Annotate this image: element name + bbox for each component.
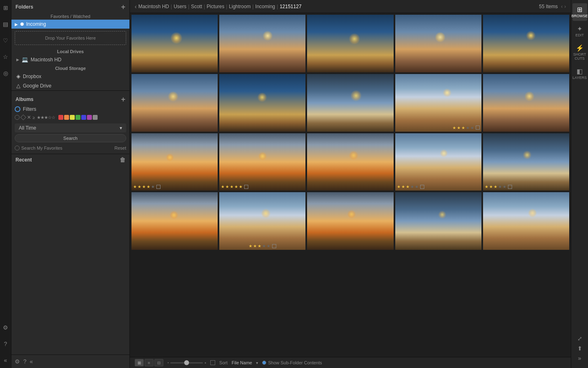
star-filter-display: ★★★☆☆	[37, 115, 55, 120]
photo-thumbnail	[131, 15, 218, 72]
expand-right-icon[interactable]: »	[578, 355, 581, 361]
settings-icon-left[interactable]: ⚙	[1, 323, 10, 332]
sort-label: Sort	[219, 360, 227, 365]
rating-checkbox[interactable]	[508, 185, 512, 189]
edit-panel-button[interactable]: ✦ EDIT	[572, 22, 587, 40]
photo-cell[interactable]: ★ ★ ★ ★ ★	[395, 74, 481, 132]
crumb-pictures[interactable]: Pictures	[207, 4, 224, 9]
help-icon-sidebar[interactable]: ?	[23, 358, 27, 365]
collapse-icon[interactable]: «	[1, 356, 10, 365]
orange-swatch[interactable]	[64, 115, 69, 120]
crumb-lightroom[interactable]: Lightroom	[229, 4, 251, 9]
sort-value-dropdown[interactable]: File Name	[232, 360, 252, 365]
photo-cell[interactable]	[395, 192, 481, 250]
search-favorites-row: Search My Favorites Reset	[11, 144, 129, 152]
google-drive-item[interactable]: △ Google Drive	[11, 81, 129, 90]
star-filled: ★	[225, 184, 229, 189]
next-arrow-button[interactable]: ›	[564, 4, 566, 9]
photo-cell[interactable]	[483, 74, 569, 132]
photo-cell[interactable]	[219, 15, 305, 72]
star-empty: ★	[151, 184, 155, 189]
collapse-sidebar-icon[interactable]: «	[30, 358, 33, 365]
search-favorites-radio[interactable]	[15, 146, 20, 150]
settings-icon-sidebar[interactable]: ⚙	[15, 358, 20, 365]
photo-thumbnail: ★ ★ ★ ★ ★	[131, 133, 218, 191]
show-subfolder-label: Show Sub-Folder Contents	[268, 360, 322, 365]
green-swatch[interactable]	[76, 115, 80, 120]
crumb-users[interactable]: Users	[174, 4, 186, 9]
grid-icon[interactable]: ⊞	[1, 3, 10, 12]
zoom-icon[interactable]: ⤢	[577, 335, 582, 342]
recent-delete-button[interactable]: 🗑	[120, 157, 125, 163]
crumb-macintosh[interactable]: Macintosh HD	[138, 4, 169, 9]
photo-cell[interactable]	[131, 74, 218, 132]
photo-cell[interactable]	[483, 192, 569, 250]
filters-toggle[interactable]	[15, 106, 20, 112]
map-icon[interactable]: ◎	[1, 69, 10, 78]
film-icon[interactable]: ▤	[1, 20, 10, 29]
filter-circle-shape[interactable]	[15, 115, 20, 120]
photo-cell[interactable]: ★ ★ ★ ★ ★	[483, 133, 569, 191]
crumb-incoming[interactable]: Incoming	[255, 4, 275, 9]
blue-swatch[interactable]	[81, 115, 86, 120]
photo-cell[interactable]	[131, 192, 218, 250]
photo-cell[interactable]	[307, 192, 393, 250]
filters-label[interactable]: Filters	[23, 106, 36, 112]
crumb-folder-id[interactable]: 12151127	[280, 4, 301, 9]
list-view-button[interactable]: ≡	[145, 359, 154, 366]
photo-cell[interactable]: ★ ★ ★ ★ ★	[219, 133, 305, 191]
star-icon[interactable]: ☆	[1, 52, 10, 61]
layers-panel-button[interactable]: ◧ LAYERS	[572, 65, 587, 83]
photo-cell[interactable]	[131, 15, 218, 72]
google-drive-icon: △	[16, 83, 20, 89]
drop-favorites-zone[interactable]: Drop Your Favorites Here	[15, 31, 126, 45]
reset-button[interactable]: Reset	[114, 146, 126, 150]
crumb-scott[interactable]: Scott	[191, 4, 202, 9]
incoming-folder-item[interactable]: ▶ Incoming	[11, 20, 129, 29]
photo-cell[interactable]	[483, 15, 569, 72]
slider-max-icon: ▪	[205, 360, 206, 365]
rating-checkbox[interactable]	[244, 185, 248, 189]
photo-cell[interactable]	[307, 15, 393, 72]
all-time-dropdown[interactable]: All Time ▾	[15, 123, 126, 132]
photo-cell[interactable]	[307, 74, 393, 132]
add-album-button[interactable]: +	[121, 96, 125, 103]
back-button[interactable]: ‹	[135, 3, 137, 10]
photo-rating: ★ ★ ★ ★ ★	[452, 126, 480, 130]
search-input[interactable]: Search	[15, 134, 126, 142]
add-folder-button[interactable]: +	[121, 3, 125, 11]
prev-arrow-button[interactable]: ‹	[561, 4, 563, 9]
macintosh-hd-item[interactable]: ▶ 💻 Macintosh HD	[11, 55, 129, 64]
photo-cell[interactable]: ★ ★ ★ ★ ★	[131, 133, 218, 191]
size-slider[interactable]	[170, 362, 203, 364]
purple-swatch[interactable]	[87, 115, 92, 120]
photo-thumbnail: ★ ★ ★ ★ ★	[483, 133, 569, 191]
compare-view-button[interactable]: ⊟	[154, 359, 163, 366]
grid-view-button[interactable]: ⊞	[135, 359, 144, 366]
size-checkbox[interactable]	[210, 360, 215, 365]
photo-cell[interactable]: ★ ★ ★ ★ ★	[395, 133, 481, 191]
photo-cell[interactable]	[307, 133, 393, 191]
dropbox-label: Dropbox	[23, 74, 41, 79]
gray-swatch[interactable]	[93, 115, 98, 120]
heart-icon[interactable]: ♡	[1, 36, 10, 45]
rating-checkbox[interactable]	[420, 185, 424, 189]
photo-cell[interactable]: ★ ★ ★ ★ ★	[219, 192, 305, 250]
star-filled: ★	[133, 184, 137, 189]
browse-panel-button[interactable]: ⊞ BROWSE	[572, 3, 587, 21]
filter-diamond-shape[interactable]	[20, 114, 26, 120]
rating-checkbox[interactable]	[156, 185, 160, 189]
photo-cell[interactable]	[395, 15, 481, 72]
show-subfolder-area: Show Sub-Folder Contents	[262, 360, 322, 365]
photo-cell[interactable]	[219, 74, 305, 132]
yellow-swatch[interactable]	[70, 115, 75, 120]
share-icon[interactable]: ⬆	[577, 345, 582, 352]
filter-x-button[interactable]: ✕	[27, 114, 31, 120]
rating-checkbox[interactable]	[272, 244, 276, 248]
help-icon[interactable]: ?	[1, 339, 10, 348]
shortcuts-panel-button[interactable]: ⚡ SHORT CUTS	[572, 42, 587, 63]
rating-checkbox[interactable]	[476, 126, 480, 130]
red-swatch[interactable]	[58, 115, 63, 120]
dropbox-item[interactable]: ◈ Dropbox	[11, 72, 129, 81]
show-subfolder-toggle[interactable]	[262, 361, 266, 365]
